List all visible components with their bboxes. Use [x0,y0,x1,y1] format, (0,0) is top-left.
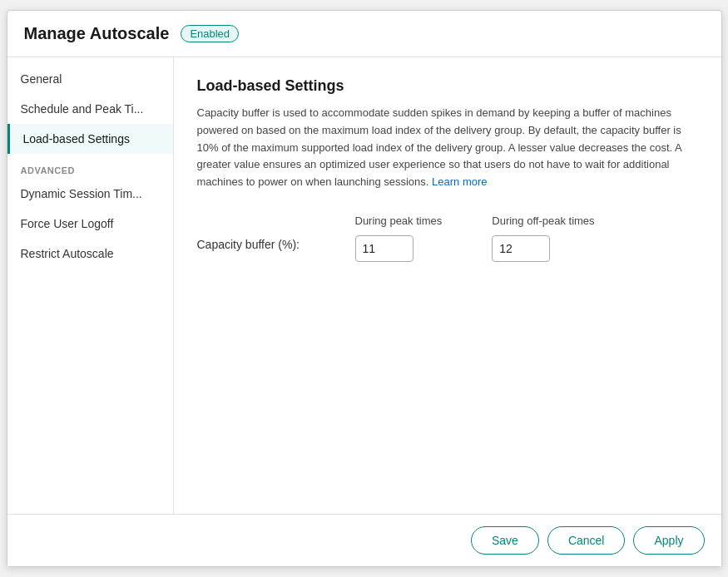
main-content: Load-based Settings Capacity buffer is u… [174,57,721,514]
enabled-badge: Enabled [181,25,239,42]
description-text: Capacity buffer is used to accommodate s… [197,105,698,191]
off-peak-group: During off-peak times [492,215,594,262]
sidebar-item-general[interactable]: General [7,64,173,94]
modal-header: Manage Autoscale Enabled [7,11,721,57]
peak-group: During peak times [355,215,443,262]
modal-container: Manage Autoscale Enabled General Schedul… [7,10,722,567]
learn-more-link[interactable]: Learn more [432,175,487,188]
capacity-buffer-label: Capacity buffer (%): [197,215,305,251]
sidebar-item-schedule-peak[interactable]: Schedule and Peak Ti... [7,94,173,124]
off-peak-value-input[interactable] [492,235,550,262]
sidebar-item-restrict-autoscale[interactable]: Restrict Autoscale [7,239,173,269]
page-title: Manage Autoscale [24,24,170,43]
sidebar-item-force-logoff[interactable]: Force User Logoff [7,209,173,239]
sidebar: General Schedule and Peak Ti... Load-bas… [7,57,174,514]
sidebar-item-dynamic-session[interactable]: Dynamic Session Tim... [7,179,173,209]
capacity-buffer-row: Capacity buffer (%): During peak times D… [197,215,698,262]
peak-value-input[interactable] [355,235,414,262]
advanced-section-label: ADVANCED [7,154,173,179]
apply-button[interactable]: Apply [633,526,704,555]
modal-footer: Save Cancel Apply [7,514,721,566]
during-peak-label: During peak times [355,215,443,227]
sidebar-item-load-based[interactable]: Load-based Settings [7,124,173,154]
modal-body: General Schedule and Peak Ti... Load-bas… [7,57,721,514]
save-button[interactable]: Save [471,526,539,555]
cancel-button[interactable]: Cancel [547,526,626,555]
during-off-peak-label: During off-peak times [492,215,594,227]
section-title: Load-based Settings [197,77,698,95]
